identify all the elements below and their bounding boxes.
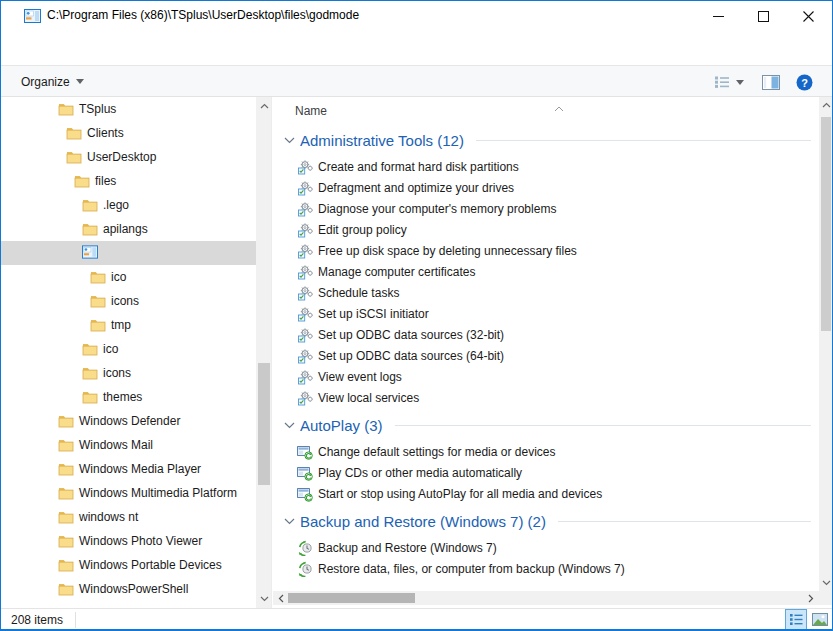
tree-row[interactable]: Windows Photo Viewer: [1, 529, 256, 553]
folder-icon: [58, 557, 74, 573]
tree-scrollbar[interactable]: [256, 97, 272, 608]
thumbnails-view-icon: [812, 613, 828, 626]
list-item[interactable]: View local services: [273, 387, 819, 408]
tree-scrollbar-thumb[interactable]: [258, 363, 270, 485]
content-hscrollbar-thumb[interactable]: [288, 593, 415, 603]
backup-icon: [297, 561, 313, 577]
tree-row[interactable]: windows nt: [1, 505, 256, 529]
tree-row[interactable]: icons: [1, 289, 256, 313]
list-item[interactable]: Restore data, files, or computer from ba…: [273, 558, 819, 579]
sort-ascending-icon: [554, 98, 564, 116]
tree-row[interactable]: Windows Portable Devices: [1, 553, 256, 577]
list-item[interactable]: Play CDs or other media automatically: [273, 462, 819, 483]
tree-row[interactable]: apilangs: [1, 217, 256, 241]
maximize-button[interactable]: [741, 1, 785, 31]
content-pane: Name Administrative Tools (12)Create and…: [273, 97, 833, 608]
list-item[interactable]: View event logs: [273, 366, 819, 387]
item-label: Defragment and optimize your drives: [318, 181, 514, 195]
maximize-icon: [758, 11, 769, 22]
group-title[interactable]: Administrative Tools (12): [300, 132, 464, 149]
tree-row[interactable]: .lego: [1, 193, 256, 217]
tree-item-label: Clients: [87, 126, 124, 140]
svg-text:?: ?: [801, 76, 808, 88]
item-label: Set up ODBC data sources (32-bit): [318, 328, 504, 342]
group-header[interactable]: BitLocker Drive Encryption (1): [273, 585, 819, 587]
list-item[interactable]: Set up ODBC data sources (64-bit): [273, 345, 819, 366]
list-item[interactable]: Defragment and optimize your drives: [273, 177, 819, 198]
tree-row[interactable]: WindowsPowerShell: [1, 577, 256, 601]
tree-row[interactable]: ico: [1, 337, 256, 361]
organize-button[interactable]: Organize: [13, 71, 92, 92]
item-label: Create and format hard disk partitions: [318, 160, 519, 174]
tree-row[interactable]: UserDesktop: [1, 145, 256, 169]
group-header[interactable]: Administrative Tools (12): [273, 129, 819, 151]
tree-row[interactable]: Windows Media Player: [1, 457, 256, 481]
tree-row[interactable]: Windows Mail: [1, 433, 256, 457]
status-bar: 208 items: [1, 608, 832, 630]
list-item[interactable]: Set up ODBC data sources (32-bit): [273, 324, 819, 345]
scroll-right-icon[interactable]: [805, 591, 817, 605]
group-header[interactable]: Backup and Restore (Windows 7) (2): [273, 510, 819, 532]
content-vertical-scrollbar[interactable]: [819, 97, 833, 591]
list-item[interactable]: Edit group policy: [273, 219, 819, 240]
admin-tool-icon: [297, 159, 313, 175]
minimize-icon: [713, 11, 724, 22]
chevron-down-icon[interactable]: [284, 422, 296, 429]
status-divider: [75, 612, 76, 628]
scroll-left-icon[interactable]: [275, 591, 287, 605]
folder-icon: [82, 365, 98, 381]
help-button[interactable]: ?: [793, 72, 815, 92]
backup-icon: [297, 540, 313, 556]
scroll-down-icon[interactable]: [819, 577, 833, 589]
folder-icon: [74, 173, 90, 189]
scroll-up-icon[interactable]: [256, 99, 272, 113]
change-view-button[interactable]: [707, 72, 751, 92]
tree-row[interactable]: [1, 601, 256, 608]
list-item[interactable]: Schedule tasks: [273, 282, 819, 303]
list-item[interactable]: Change default settings for media or dev…: [273, 441, 819, 462]
admin-tool-icon: [297, 390, 313, 406]
preview-pane-button[interactable]: [759, 72, 783, 92]
chevron-down-icon[interactable]: [284, 518, 296, 525]
godmode-icon: [24, 9, 41, 23]
tree-row[interactable]: icons: [1, 361, 256, 385]
list-item[interactable]: Manage computer certificates: [273, 261, 819, 282]
scroll-down-icon[interactable]: [256, 592, 272, 606]
list-item[interactable]: Set up iSCSI initiator: [273, 303, 819, 324]
tree-row[interactable]: TSplus: [1, 97, 256, 121]
tree-row[interactable]: Clients: [1, 121, 256, 145]
autoplay-icon: [297, 486, 313, 502]
group-rule: [476, 140, 811, 141]
group-header[interactable]: AutoPlay (3): [273, 414, 819, 436]
group-title[interactable]: AutoPlay (3): [300, 417, 383, 434]
list-item[interactable]: Backup and Restore (Windows 7): [273, 537, 819, 558]
content-horizontal-scrollbar[interactable]: [273, 591, 819, 605]
content-vscrollbar-thumb[interactable]: [821, 117, 831, 331]
column-header-name[interactable]: Name: [295, 104, 327, 118]
thumbnails-view-button[interactable]: [811, 612, 829, 627]
tree-item-label: ico: [111, 270, 126, 284]
minimize-button[interactable]: [696, 1, 740, 31]
tree-row[interactable]: [1, 241, 256, 265]
list-item[interactable]: Diagnose your computer's memory problems: [273, 198, 819, 219]
tree-row[interactable]: ico: [1, 265, 256, 289]
tree-row[interactable]: themes: [1, 385, 256, 409]
list-item[interactable]: Free up disk space by deleting unnecessa…: [273, 240, 819, 261]
tree-row[interactable]: Windows Multimedia Platform: [1, 481, 256, 505]
group-title[interactable]: Backup and Restore (Windows 7) (2): [300, 513, 546, 530]
item-label: Set up ODBC data sources (64-bit): [318, 349, 504, 363]
tree-row[interactable]: tmp: [1, 313, 256, 337]
tree-item-label: ico: [103, 342, 118, 356]
list-item[interactable]: Create and format hard disk partitions: [273, 156, 819, 177]
command-toolbar: Organize ?: [1, 65, 832, 97]
list-item[interactable]: Start or stop using AutoPlay for all med…: [273, 483, 819, 504]
tree-item-label: Windows Mail: [79, 438, 153, 452]
close-button[interactable]: [786, 1, 830, 31]
folder-icon: [66, 125, 82, 141]
tree-row[interactable]: files: [1, 169, 256, 193]
tree-row[interactable]: Windows Defender: [1, 409, 256, 433]
details-view-button[interactable]: [785, 609, 807, 630]
scroll-up-icon[interactable]: [819, 99, 833, 111]
folder-icon: [82, 221, 98, 237]
chevron-down-icon[interactable]: [284, 137, 296, 144]
